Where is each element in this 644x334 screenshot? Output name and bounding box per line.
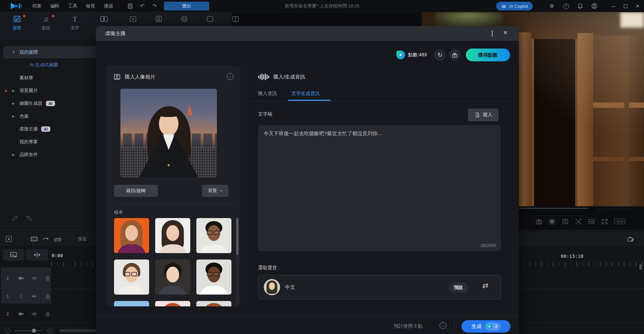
brush-tool-icon[interactable]	[25, 214, 33, 222]
timeline-scrollbar[interactable]	[59, 329, 101, 332]
samples-scrollbar-thumb[interactable]	[236, 218, 239, 255]
layout-split-icon[interactable]	[588, 218, 595, 225]
zoom-slider-handle[interactable]	[32, 329, 36, 333]
caret-right-icon[interactable]: ▶	[12, 102, 16, 105]
help-icon[interactable]: ?	[563, 3, 569, 9]
caption-add-icon	[9, 251, 18, 259]
tab-text[interactable]: T文字	[64, 15, 86, 31]
toolbox-edit-icon[interactable]	[627, 235, 635, 243]
timeline-vertical-scrollbar[interactable]	[639, 264, 642, 270]
render-play-icon[interactable]	[549, 218, 556, 225]
caret-right-icon[interactable]: ▶	[12, 153, 16, 156]
sample-portrait-woman-curly-glasses[interactable]	[196, 218, 231, 253]
active-tab-underline	[288, 100, 331, 101]
notification-bell-icon[interactable]	[577, 3, 584, 9]
voice-row[interactable]: 中文 預設 ⇄	[258, 275, 501, 299]
sample-portrait-partial-auburn-gray[interactable]	[196, 301, 231, 306]
script-textarea[interactable]: 今天下班後一起去吃個飯吧?最近太忙了都沒見到你...	[258, 125, 501, 251]
sample-portrait-man-shaved-glasses[interactable]	[196, 260, 231, 295]
waveform-icon	[258, 73, 269, 80]
export-button[interactable]: 匯出	[164, 2, 209, 10]
minimize-button[interactable]: ─	[610, 3, 616, 9]
split-clip-button[interactable]	[26, 249, 48, 261]
close-button[interactable]: ×	[635, 3, 641, 9]
pen-tool-icon[interactable]	[11, 214, 19, 222]
app-logo-icon	[9, 2, 25, 10]
ruler-icon[interactable]	[54, 235, 62, 243]
lock-track-icon[interactable]	[45, 293, 51, 300]
sample-portrait-partial-sky[interactable]	[114, 301, 149, 306]
menu-2[interactable]: 工具	[68, 3, 77, 9]
estimate-info-icon[interactable]: i	[440, 322, 446, 329]
sample-portrait-asian-man-suit[interactable]	[155, 260, 190, 295]
undo-icon[interactable]: ↶	[139, 3, 146, 9]
dialog-maximize-icon[interactable]	[492, 31, 493, 37]
effects-icon	[129, 15, 137, 23]
tab-split-screen[interactable]	[225, 15, 246, 23]
sample-portrait-asian-woman-white-bg[interactable]	[155, 218, 190, 253]
sample-portrait-man-glasses[interactable]	[114, 260, 149, 295]
tab-effects[interactable]	[122, 15, 144, 23]
crop-rotate-button[interactable]: 裁切/旋轉	[114, 185, 158, 197]
template-icon	[206, 15, 214, 23]
caret-down-icon[interactable]: ▼	[12, 51, 16, 54]
tab-audio[interactable]: ♫音訊	[35, 15, 57, 31]
track-header-video-1[interactable]: 1	[1, 268, 51, 289]
swap-voice-icon[interactable]: ⇄	[482, 281, 488, 290]
menu-3[interactable]: 檢視	[86, 3, 95, 9]
zoom-out-icon[interactable]: −	[5, 328, 10, 334]
background-dropdown[interactable]: 背景 ▼	[202, 185, 228, 197]
zoom-fit-icon[interactable]	[575, 218, 582, 225]
sample-portrait-partial-redhead-pink[interactable]	[155, 301, 190, 306]
tab-sticker[interactable]	[148, 15, 169, 23]
tab-media[interactable]: 媒體	[6, 15, 28, 31]
get-points-button[interactable]: 獲得點數	[466, 49, 510, 61]
caret-right-icon[interactable]: ▶	[12, 89, 16, 92]
ai-copilot-button[interactable]: AI Copilot	[496, 2, 533, 10]
generate-button[interactable]: 生成 -3	[461, 320, 510, 333]
menu-4[interactable]: 播放	[104, 3, 113, 9]
zoom-slider[interactable]	[15, 330, 43, 331]
dialog-close-icon[interactable]: ×	[501, 28, 509, 37]
portrait-preview-image	[120, 89, 217, 177]
track-header-video-2[interactable]: 2	[1, 305, 51, 323]
sidebar-item-label: 繪圖生成器	[20, 100, 43, 107]
chevron-down-icon: ▼	[220, 189, 223, 192]
save-icon[interactable]	[127, 3, 134, 9]
sample-portrait-woman-long-hair-orange[interactable]	[114, 218, 149, 253]
aspect-ratio-button[interactable]: 16:9	[614, 219, 625, 224]
toggle-visibility-icon[interactable]	[31, 275, 37, 282]
add-caption-button[interactable]	[3, 249, 24, 261]
lock-track-icon[interactable]	[45, 310, 51, 317]
marker-list-icon[interactable]	[562, 218, 569, 225]
tab-import-audio[interactable]: 匯入音訊	[258, 91, 277, 97]
menu-0[interactable]: 檔案	[32, 3, 41, 9]
settings-gear-icon[interactable]: ⚙	[549, 3, 555, 9]
caret-right-icon[interactable]: ▶	[12, 115, 16, 118]
redo-icon[interactable]: ↷	[151, 3, 158, 9]
tab-text-to-speech[interactable]: 文字生成音訊	[291, 91, 320, 97]
keyframe-icon[interactable]	[5, 235, 13, 243]
dialog-header: 虛擬主播 ×	[96, 26, 519, 41]
user-account-icon[interactable]	[591, 3, 598, 9]
restore-button[interactable]	[622, 3, 628, 9]
zoom-in-icon[interactable]: +	[48, 328, 53, 334]
portrait-info-icon[interactable]: i	[227, 73, 233, 80]
menu-1[interactable]: 編輯	[50, 3, 59, 9]
refresh-points-icon[interactable]: ↻	[434, 49, 446, 61]
tab-emoji[interactable]	[173, 15, 195, 23]
snapshot-camera-icon[interactable]	[535, 218, 542, 225]
audio-icon: ♫	[42, 15, 50, 23]
points-diamond-icon	[487, 324, 493, 329]
fullscreen-expand-icon[interactable]	[601, 218, 608, 225]
tab-template[interactable]	[199, 15, 221, 23]
filmstrip-icon[interactable]	[30, 235, 38, 243]
import-script-button[interactable]: 匯入	[468, 109, 499, 121]
gift-icon[interactable]	[449, 49, 460, 61]
emoji-icon	[180, 15, 189, 23]
mute-icon[interactable]	[31, 293, 37, 300]
lock-track-icon[interactable]	[45, 275, 51, 282]
track-header-audio-1[interactable]: 1♫	[1, 289, 51, 304]
seek-bar[interactable]	[519, 208, 588, 209]
toggle-visibility-icon[interactable]	[31, 310, 37, 317]
